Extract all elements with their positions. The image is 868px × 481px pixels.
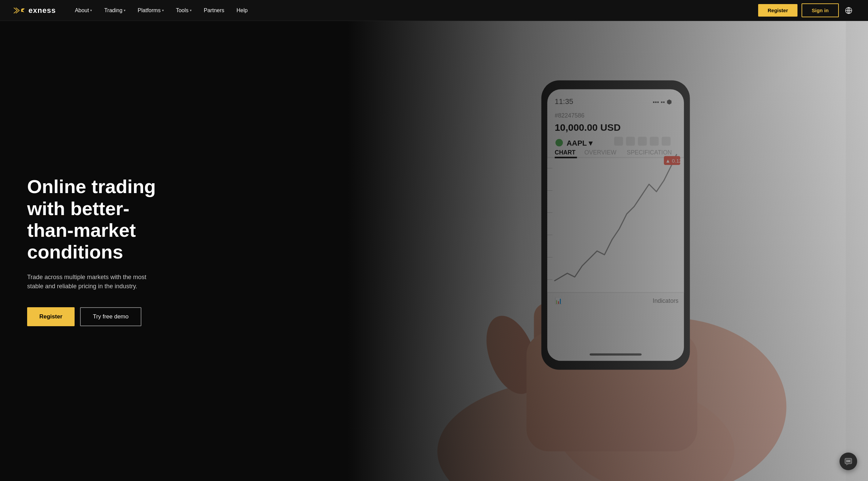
- logo-icon: [14, 6, 26, 15]
- hero-register-button[interactable]: Register: [27, 307, 75, 326]
- chat-widget[interactable]: [840, 453, 857, 470]
- nav-help-label: Help: [237, 7, 248, 14]
- hero-section: 11:35 ▪▪▪ ▪▪ ⬢ #82247586 10,000.00 USD A…: [0, 21, 868, 481]
- register-button[interactable]: Register: [758, 4, 797, 17]
- svg-point-48: [849, 461, 850, 462]
- hero-demo-button[interactable]: Try free demo: [80, 307, 141, 326]
- nav-links: About ▾ Trading ▾ Platforms ▾ Tools ▾ Pa…: [70, 5, 253, 16]
- globe-icon: [845, 7, 852, 14]
- hero-subtitle: Trade across multiple markets with the m…: [27, 273, 163, 291]
- nav-partners[interactable]: Partners: [198, 5, 230, 16]
- hero-content: Online trading with better-than-market c…: [0, 176, 190, 326]
- nav-tools-chevron: ▾: [190, 8, 192, 12]
- nav-tools[interactable]: Tools ▾: [171, 5, 197, 16]
- language-button[interactable]: [843, 5, 854, 16]
- nav-tools-label: Tools: [176, 7, 189, 14]
- nav-platforms-label: Platforms: [138, 7, 161, 14]
- chat-icon: [844, 457, 852, 465]
- nav-platforms[interactable]: Platforms ▾: [132, 5, 169, 16]
- logo-text: exness: [28, 6, 56, 15]
- nav-trading[interactable]: Trading ▾: [99, 5, 131, 16]
- logo[interactable]: exness: [14, 6, 56, 15]
- navbar-left: exness About ▾ Trading ▾ Platforms ▾ Too…: [14, 5, 253, 16]
- nav-trading-chevron: ▾: [124, 8, 125, 12]
- nav-trading-label: Trading: [104, 7, 122, 14]
- svg-point-46: [847, 461, 848, 462]
- nav-partners-label: Partners: [204, 7, 224, 14]
- hero-title: Online trading with better-than-market c…: [27, 176, 163, 263]
- hero-buttons: Register Try free demo: [27, 307, 163, 326]
- nav-about-label: About: [75, 7, 89, 14]
- nav-help[interactable]: Help: [231, 5, 253, 16]
- nav-about-chevron: ▾: [90, 8, 92, 12]
- signin-button[interactable]: Sign in: [802, 3, 839, 17]
- nav-about[interactable]: About ▾: [70, 5, 98, 16]
- navbar-right: Register Sign in: [758, 3, 854, 17]
- navbar: exness About ▾ Trading ▾ Platforms ▾ Too…: [0, 0, 868, 21]
- nav-platforms-chevron: ▾: [162, 8, 164, 12]
- svg-point-47: [848, 461, 849, 462]
